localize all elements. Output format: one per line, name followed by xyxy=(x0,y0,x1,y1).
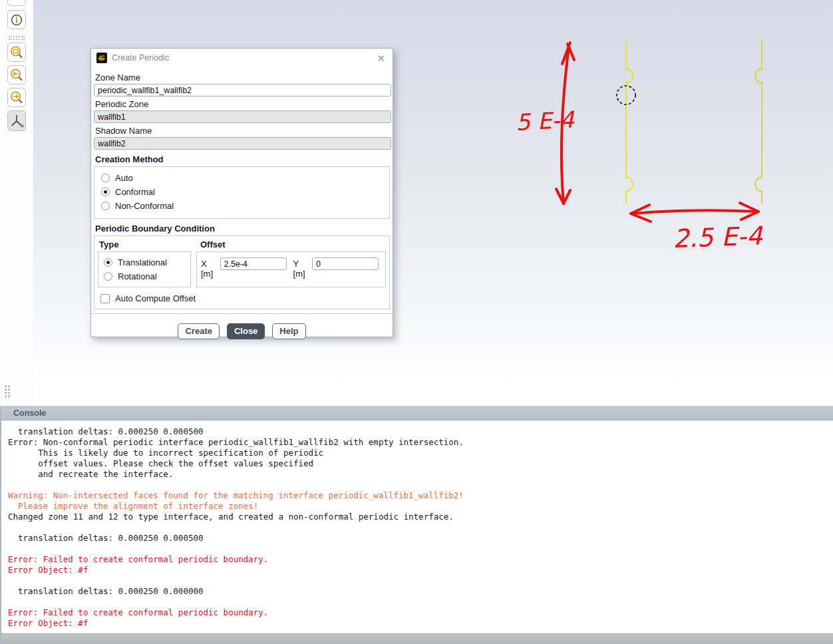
info-icon xyxy=(10,13,23,27)
radio-auto[interactable]: Auto xyxy=(101,171,389,185)
radio-auto-label: Auto xyxy=(115,173,133,183)
console-header[interactable]: Console xyxy=(1,406,833,420)
console-line: and recreate the interface. xyxy=(8,469,829,480)
left-fiber-wall-edge[interactable] xyxy=(626,40,633,204)
zone-name-input[interactable] xyxy=(94,84,391,96)
console-line: translation deltas: 0.000250 0.000500 xyxy=(8,533,829,544)
right-fiber-wall-edge[interactable] xyxy=(755,40,762,204)
create-button[interactable]: Create xyxy=(178,323,219,339)
zoom-next-icon xyxy=(9,90,24,105)
offset-x-label: X [m] xyxy=(201,259,218,279)
radio-conformal-label: Conformal xyxy=(115,187,155,197)
creation-method-group: Auto Conformal Non-Conformal xyxy=(94,166,390,219)
annotation-vertical-label: 5 E-4 xyxy=(515,106,576,136)
radio-circle xyxy=(101,202,110,210)
radio-circle xyxy=(101,174,110,182)
radio-translational-label: Translational xyxy=(118,257,167,267)
type-group: Translational Rotational xyxy=(98,251,191,287)
pbc-heading: Periodic Boundary Condition xyxy=(95,224,389,234)
radio-circle xyxy=(101,188,110,196)
toolbar-separator xyxy=(9,36,25,40)
dialog-titlebar[interactable]: Create Periodic ✕ xyxy=(91,49,393,67)
pbc-group: Type Offset Translational Rotational X [… xyxy=(94,236,390,309)
dialog-buttons: Create Close Help xyxy=(94,314,390,347)
shadow-name-input[interactable] xyxy=(94,137,391,150)
close-icon[interactable]: ✕ xyxy=(375,53,387,63)
console-line xyxy=(8,480,829,490)
periodic-zone-label: Periodic Zone xyxy=(95,99,389,109)
periodic-zone-input[interactable] xyxy=(94,110,391,123)
console-line: Error: Failed to create conformal period… xyxy=(8,554,829,565)
console-line: Changed zone 11 and 12 to type interface… xyxy=(8,512,829,522)
radio-non-conformal[interactable]: Non-Conformal xyxy=(101,199,389,213)
dialog-title: Create Periodic xyxy=(112,53,375,63)
info-button[interactable] xyxy=(7,10,26,29)
partial-top-button[interactable] xyxy=(7,0,26,6)
fluent-app-icon xyxy=(96,53,107,63)
axis-triad-button[interactable] xyxy=(7,110,26,131)
console-line: Error Object: #f xyxy=(8,618,829,629)
offset-y-input[interactable] xyxy=(312,257,379,270)
radio-translational[interactable]: Translational xyxy=(104,255,190,269)
zoom-box-icon xyxy=(9,45,24,60)
annotation-horizontal-label: 2.5 E-4 xyxy=(673,221,764,253)
panel-drag-handle[interactable] xyxy=(4,385,11,399)
offset-group: X [m] Y [m] xyxy=(196,251,386,287)
offset-y-label: Y [m] xyxy=(293,259,309,279)
console-panel: Console translation deltas: 0.000250 0.0… xyxy=(0,406,833,644)
zone-name-label: Zone Name xyxy=(95,73,389,82)
zoom-previous-button[interactable] xyxy=(7,65,26,84)
shadow-name-label: Shadow Name xyxy=(95,126,389,136)
console-body[interactable]: translation deltas: 0.000250 0.000500 Er… xyxy=(1,420,833,633)
close-button[interactable]: Close xyxy=(227,323,265,339)
zoom-box-button[interactable] xyxy=(7,43,26,62)
dialog-body: Zone Name Periodic Zone Shadow Name Crea… xyxy=(91,67,393,347)
console-line: Error Object: #f xyxy=(8,565,829,575)
radio-rotational-label: Rotational xyxy=(118,271,157,281)
radio-rotational[interactable]: Rotational xyxy=(104,269,190,283)
console-line xyxy=(8,575,829,586)
auto-compute-offset-checkbox[interactable]: Auto Compute Offset xyxy=(100,293,386,303)
axis-triad-icon xyxy=(9,113,25,129)
create-periodic-dialog: Create Periodic ✕ Zone Name Periodic Zon… xyxy=(90,48,393,337)
console-line: This is likely due to incorrect specific… xyxy=(8,448,829,458)
console-line: Warning: Non-intersected faces found for… xyxy=(8,490,829,501)
auto-compute-offset-label: Auto Compute Offset xyxy=(115,293,196,303)
offset-x-input[interactable] xyxy=(220,257,287,270)
offset-heading: Offset xyxy=(200,240,226,249)
console-line xyxy=(8,522,829,533)
console-line xyxy=(8,597,829,607)
left-toolbar xyxy=(0,0,33,406)
zoom-previous-icon xyxy=(9,68,24,82)
console-line: Error: Non-conformal periodic interface … xyxy=(8,437,829,448)
window-bottom-bar xyxy=(1,633,833,644)
help-button[interactable]: Help xyxy=(272,323,305,339)
radio-conformal[interactable]: Conformal xyxy=(101,185,389,199)
console-line: Error: Failed to create conformal period… xyxy=(8,607,829,618)
zoom-next-button[interactable] xyxy=(7,88,26,107)
console-line: translation deltas: 0.000250 0.000000 xyxy=(8,586,829,597)
console-line: Please improve the alignment of interfac… xyxy=(8,501,829,512)
creation-method-heading: Creation Method xyxy=(95,154,389,164)
radio-circle xyxy=(104,272,112,281)
console-line: translation deltas: 0.000250 0.000500 xyxy=(8,426,829,437)
console-line: offset values. Please check the offset v… xyxy=(8,458,829,469)
console-title: Console xyxy=(13,408,46,418)
radio-circle xyxy=(104,258,112,267)
console-line xyxy=(8,544,829,554)
type-heading: Type xyxy=(99,240,198,249)
radio-non-conformal-label: Non-Conformal xyxy=(115,201,174,211)
annotation-horizontal-arrow xyxy=(631,203,758,222)
checkbox-box xyxy=(100,294,110,303)
